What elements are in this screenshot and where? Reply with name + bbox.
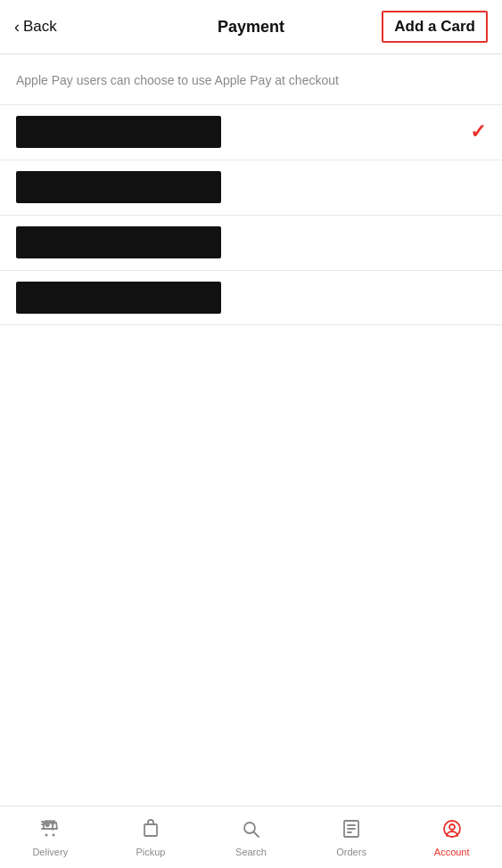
search-icon	[240, 818, 261, 843]
card-name-bar	[16, 171, 221, 203]
bottom-nav: Delivery Pickup Search	[0, 806, 502, 868]
svg-point-2	[45, 833, 48, 836]
card-name-row[interactable]	[0, 160, 502, 215]
pickup-icon	[140, 818, 161, 843]
svg-point-3	[53, 833, 55, 836]
card-fields-container: ✓	[0, 104, 502, 325]
nav-search[interactable]: Search	[201, 807, 301, 868]
back-button[interactable]: ‹ Back	[14, 14, 57, 40]
card-cvv-row[interactable]	[0, 270, 502, 325]
account-icon	[441, 818, 463, 843]
back-chevron-icon: ‹	[14, 18, 20, 37]
card-expiry-row[interactable]	[0, 215, 502, 270]
svg-rect-6	[144, 824, 157, 836]
nav-orders-label: Orders	[336, 847, 366, 857]
nav-search-label: Search	[235, 847, 267, 857]
content-area	[0, 325, 502, 806]
nav-orders[interactable]: Orders	[301, 807, 402, 868]
card-expiry-bar	[16, 226, 221, 258]
delivery-icon	[39, 818, 61, 843]
add-card-button[interactable]: Add a Card	[382, 11, 488, 43]
nav-delivery[interactable]: Delivery	[0, 807, 101, 868]
check-icon: ✓	[470, 120, 486, 143]
apple-pay-notice: Apple Pay users can choose to use Apple …	[0, 54, 502, 104]
card-number-row[interactable]: ✓	[0, 104, 502, 160]
header: ‹ Back Payment Add a Card	[0, 0, 502, 54]
card-number-bar	[16, 116, 221, 148]
nav-pickup[interactable]: Pickup	[101, 807, 202, 868]
page-title: Payment	[218, 18, 284, 37]
orders-icon	[341, 818, 362, 843]
svg-line-8	[254, 831, 259, 837]
svg-point-14	[449, 824, 455, 830]
card-cvv-bar	[16, 282, 221, 314]
nav-account[interactable]: Account	[401, 807, 502, 868]
nav-pickup-label: Pickup	[136, 847, 165, 857]
nav-delivery-label: Delivery	[32, 847, 68, 857]
card-number-inner: ✓	[16, 116, 486, 148]
nav-account-label: Account	[434, 847, 470, 857]
back-label: Back	[23, 18, 57, 36]
